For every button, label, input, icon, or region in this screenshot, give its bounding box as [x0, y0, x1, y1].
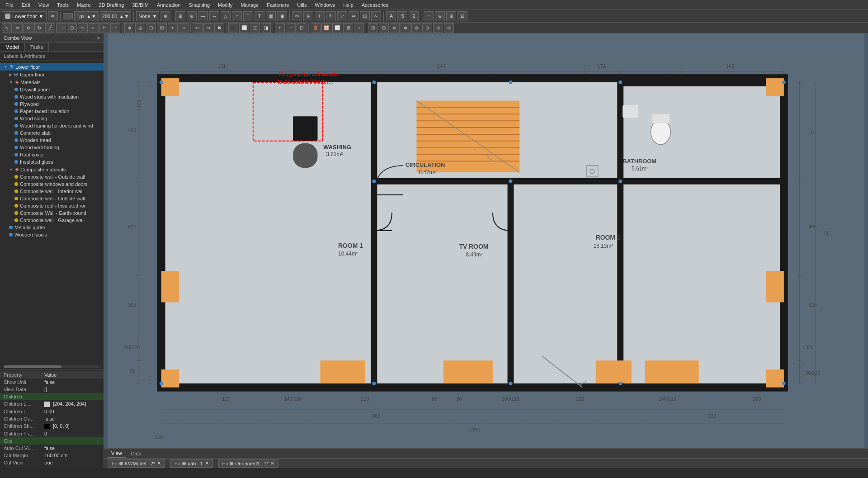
zoom-selector[interactable]: 200.00 ▲▼ [100, 11, 131, 21]
kwmodel-close[interactable]: ✕ [157, 460, 161, 466]
more5-btn[interactable]: ⊘ [411, 23, 421, 33]
tree-item-woodtread[interactable]: Wooden tread [0, 137, 104, 144]
snap-selector[interactable]: None ▼ [136, 11, 159, 21]
extend-btn[interactable]: ⊢ [99, 23, 109, 33]
unnamed-close[interactable]: ✕ [270, 460, 274, 466]
wall-btn[interactable]: ⬜ [332, 23, 342, 33]
tree-item-woodframing[interactable]: Wood framing for doors and wind [0, 122, 104, 129]
tree-item-drywall[interactable]: Drywall panel [0, 86, 104, 93]
tree-item-lower-floor[interactable]: ▼ ⊞ Lower floor [0, 63, 104, 71]
menu-modify[interactable]: Modify [214, 1, 236, 9]
offset-btn[interactable]: ⊡ [360, 11, 370, 21]
move-btn[interactable]: ✛ [315, 11, 325, 21]
tree-item-upper-floor[interactable]: ▶ ⊞ Upper floor [0, 71, 104, 78]
canvas-area[interactable]: This junction still needs to be detailed… [104, 33, 868, 468]
poly2-btn[interactable]: ⬡ [67, 23, 77, 33]
undo-btn[interactable]: ↩ [193, 23, 203, 33]
rect-btn[interactable]: □ [56, 23, 66, 33]
menu-utils[interactable]: Utils [293, 1, 310, 9]
tree-item-comp4[interactable]: Composite wall - Outside wall [0, 195, 104, 202]
pencil2-btn[interactable]: ✏ [13, 23, 23, 33]
more6-btn[interactable]: ⊙ [422, 23, 432, 33]
tree-item-plywood[interactable]: Plywood [0, 100, 104, 108]
arc-btn[interactable]: ⌒ [243, 11, 253, 21]
tab-model[interactable]: Model [0, 43, 25, 51]
color-swatch[interactable] [63, 13, 73, 19]
menu-snapping[interactable]: Snapping [185, 1, 214, 9]
snap6-btn[interactable]: ⊸ [179, 23, 189, 33]
side-btn[interactable]: ◨ [261, 23, 271, 33]
pencil-tool[interactable]: ✏ [48, 11, 58, 21]
menu-edit[interactable]: Edit [18, 1, 34, 9]
rotate2-btn[interactable]: ↻ [34, 23, 44, 33]
more3-btn[interactable]: ⊕ [390, 23, 400, 33]
tree-item-roofcover[interactable]: Roof cover [0, 151, 104, 158]
menu-manage[interactable]: Manage [237, 1, 262, 9]
delete-btn[interactable]: ✖ [214, 23, 224, 33]
roof-btn[interactable]: ⌂ [354, 23, 364, 33]
view-tab[interactable]: View [108, 450, 126, 458]
dash-btn[interactable]: --- [198, 11, 208, 21]
tree-item-comp3[interactable]: Composite wall - Interior wall [0, 188, 104, 195]
pab-close[interactable]: ✕ [205, 460, 209, 466]
tree-item-comp2[interactable]: Composite windows and doors [0, 180, 104, 188]
data-tab[interactable]: Data [127, 450, 145, 457]
layer-btn[interactable]: ⊕ [435, 11, 445, 21]
scale-btn[interactable]: ⤢ [337, 11, 347, 21]
tree-item-insulated[interactable]: Insulated glass [0, 158, 104, 166]
window-btn[interactable]: 🪟 [321, 23, 331, 33]
redo-btn[interactable]: ↪ [203, 23, 213, 33]
tree-item-composite[interactable]: ▼ ◈ Composite materials [0, 166, 104, 173]
door-btn[interactable]: 🚪 [311, 23, 321, 33]
bold-btn[interactable]: S [397, 11, 407, 21]
floor-dropdown-arrow[interactable]: ▼ [38, 14, 43, 19]
more8-btn[interactable]: ⊛ [444, 23, 454, 33]
tree-item-metallic[interactable]: Metallic gutter [0, 224, 104, 231]
align-btn[interactable]: ≡ [424, 11, 434, 21]
grid-btn[interactable]: ⊞ [175, 11, 185, 21]
tree-item-concrete[interactable]: Concrete slab [0, 129, 104, 137]
curve-btn[interactable]: ∿ [78, 23, 88, 33]
poly-btn[interactable]: △ [221, 11, 231, 21]
more4-btn[interactable]: ⊗ [401, 23, 410, 33]
more7-btn[interactable]: ⊚ [433, 23, 443, 33]
view3d-btn[interactable]: ⬛ [228, 23, 238, 33]
menu-fasteners[interactable]: Fasteners [263, 1, 292, 9]
top-btn[interactable]: ⬜ [239, 23, 249, 33]
mirror-btn[interactable]: ⇔ [349, 11, 359, 21]
tree-item-comp1[interactable]: Composite wall - Outside wall [0, 173, 104, 180]
snap4-btn[interactable]: ⊞ [157, 23, 167, 33]
menu-2ddrafting[interactable]: 2D Drafting [95, 1, 128, 9]
menu-windows[interactable]: Windows [311, 1, 339, 9]
menu-annotation[interactable]: Annotation [153, 1, 184, 9]
floor-selector[interactable]: Lower floor ▼ [2, 11, 47, 21]
menu-accessories[interactable]: Accessories [358, 1, 392, 9]
select-btn[interactable]: ↖ [2, 23, 12, 33]
more1-btn[interactable]: ⊞ [368, 23, 378, 33]
num-btn[interactable]: Σ [409, 11, 419, 21]
menu-tools[interactable]: Tools [53, 1, 72, 9]
line-btn[interactable]: ╱ [45, 23, 55, 33]
fillet-btn[interactable]: ⌐ [89, 23, 99, 33]
circle-btn[interactable]: ○ [232, 11, 242, 21]
fit-btn[interactable]: ⊡ [297, 23, 307, 33]
menu-macro[interactable]: Macro [73, 1, 94, 9]
dimension-btn[interactable]: ↔ [209, 11, 219, 21]
status-kwmodel[interactable]: Fo KWModel : 2* ✕ [108, 459, 165, 468]
status-unnamed[interactable]: Fo Unnamed1 : 1* ✕ [218, 459, 278, 468]
tree-item-wooden-fascia[interactable]: Wooden fascia [0, 231, 104, 238]
menu-file[interactable]: File [2, 1, 17, 9]
plus-btn[interactable]: + [275, 23, 285, 33]
tree-item-woodstuds[interactable]: Wood studs with insulation [0, 93, 104, 100]
text2-btn[interactable]: A [386, 11, 396, 21]
menu-3dbim[interactable]: 3D/BIM [128, 1, 152, 9]
front-btn[interactable]: ◫ [250, 23, 260, 33]
trim-btn[interactable]: ✁ [371, 11, 381, 21]
tree-item-comp6[interactable]: Composite Wall - Earth-bound [0, 209, 104, 217]
rotate-btn[interactable]: ↻ [326, 11, 336, 21]
block-btn[interactable]: ▣ [277, 11, 287, 21]
tab-tasks[interactable]: Tasks [25, 43, 49, 51]
panel-close-btn[interactable]: × [97, 35, 100, 41]
text-btn[interactable]: T [255, 11, 264, 21]
split-btn[interactable]: ⊣ [110, 23, 120, 33]
